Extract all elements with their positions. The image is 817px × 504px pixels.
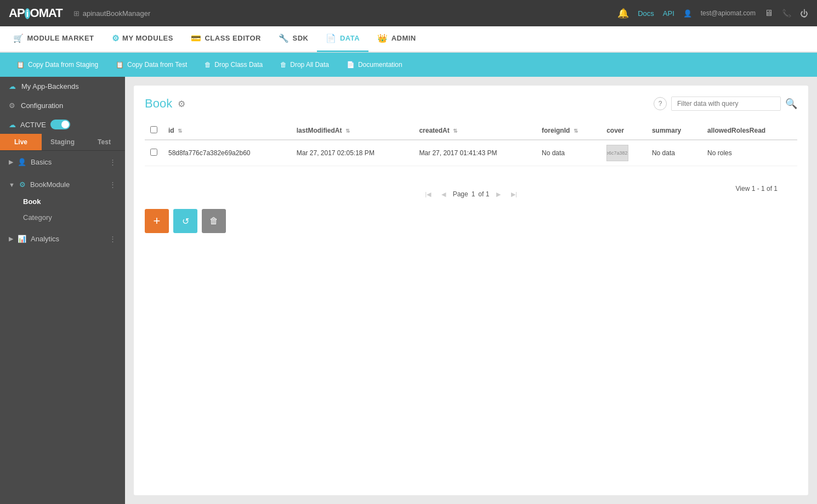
bookmodule-label: BookModule bbox=[30, 180, 70, 189]
nav-data[interactable]: 📄 DATA bbox=[317, 26, 368, 52]
screen-icon[interactable]: 🖥 bbox=[764, 8, 773, 18]
basics-icon: 👤 bbox=[18, 158, 26, 166]
col-header-id[interactable]: id ⇅ bbox=[163, 122, 291, 140]
data-icon: 📄 bbox=[326, 33, 337, 43]
bookmodule-more-icon[interactable]: ⋮ bbox=[109, 180, 116, 189]
nav-admin[interactable]: 👑 ADMIN bbox=[368, 26, 425, 52]
documentation-btn[interactable]: 📄 Documentation bbox=[339, 56, 410, 73]
sort-createdat-icon: ⇅ bbox=[453, 128, 457, 134]
sidebar-item-basics[interactable]: ▶ 👤 Basics ⋮ bbox=[0, 153, 125, 171]
last-page-btn[interactable]: ▶| bbox=[508, 188, 520, 200]
module-market-icon: 🛒 bbox=[13, 33, 24, 43]
nav-module-market-label: MODULE MARKET bbox=[27, 34, 94, 42]
copy-test-icon: 📋 bbox=[116, 61, 124, 69]
col-header-createdat[interactable]: createdAt ⇅ bbox=[413, 122, 536, 140]
footer-actions: + ↺ 🗑 bbox=[145, 209, 797, 233]
nav-module-market[interactable]: 🛒 MODULE MARKET bbox=[4, 26, 103, 52]
pagination-bar: |◀ ◀ Page 1 of 1 ▶ ▶| bbox=[422, 188, 520, 200]
row-allowedrolesread-cell: No roles bbox=[702, 140, 797, 166]
copy-staging-btn[interactable]: 📋 Copy Data from Staging bbox=[9, 56, 106, 73]
top-nav: APiOMAT ⊞ apinautBookManager 🔔 Docs API … bbox=[0, 0, 817, 26]
view-count: View 1 - 1 of 1 bbox=[736, 185, 778, 192]
cover-thumbnail[interactable]: 58d8fffe6c7a382e69a2b bbox=[606, 145, 628, 161]
env-tab-test[interactable]: Test bbox=[83, 134, 125, 150]
analytics-more-icon[interactable]: ⋮ bbox=[109, 235, 116, 243]
row-lastmodifiedat-value: Mar 27, 2017 02:05:18 PM bbox=[297, 149, 375, 157]
analytics-expand-icon: ▶ bbox=[9, 235, 13, 242]
bookmodule-icon: ⚙ bbox=[19, 180, 26, 189]
content-area: Book ⚙ ? 🔍 id bbox=[125, 77, 817, 504]
active-label: ACTIVE bbox=[20, 121, 46, 129]
nav-class-editor[interactable]: 💳 CLASS EDITOR bbox=[182, 26, 270, 52]
drop-all-label: Drop All Data bbox=[290, 61, 329, 69]
col-header-summary: summary bbox=[646, 122, 702, 140]
phone-icon[interactable]: 📞 bbox=[782, 9, 791, 18]
sidebar: ☁ My App-Backends ⚙ Configuration ☁ ACTI… bbox=[0, 77, 125, 504]
basics-label: Basics bbox=[31, 158, 52, 166]
row-foreignid-value: No data bbox=[542, 149, 565, 157]
first-page-btn[interactable]: |◀ bbox=[422, 188, 434, 200]
bell-icon[interactable]: 🔔 bbox=[617, 8, 629, 19]
search-icon[interactable]: 🔍 bbox=[785, 98, 797, 110]
next-page-btn[interactable]: ▶ bbox=[492, 188, 504, 200]
drop-class-btn[interactable]: 🗑 Drop Class Data bbox=[197, 56, 270, 73]
col-id-label: id bbox=[168, 127, 174, 134]
sidebar-section-basics: ▶ 👤 Basics ⋮ bbox=[0, 151, 125, 173]
sidebar-item-my-app-backends[interactable]: ☁ My App-Backends bbox=[0, 77, 125, 96]
table-header: id ⇅ lastModifiedAt ⇅ createdAt ⇅ fore bbox=[145, 122, 797, 140]
copy-staging-icon: 📋 bbox=[16, 61, 25, 69]
my-modules-icon: ⚙ bbox=[112, 33, 120, 43]
power-icon[interactable]: ⏻ bbox=[800, 9, 808, 18]
prev-page-btn[interactable]: ◀ bbox=[438, 188, 450, 200]
col-header-foreignid[interactable]: foreignId ⇅ bbox=[536, 122, 601, 140]
select-all-checkbox[interactable] bbox=[150, 126, 157, 133]
env-tab-staging[interactable]: Staging bbox=[42, 134, 83, 150]
row-summary-value: No data bbox=[652, 149, 675, 157]
content-card: Book ⚙ ? 🔍 id bbox=[134, 86, 808, 495]
active-toggle-switch[interactable] bbox=[50, 120, 70, 129]
help-button[interactable]: ? bbox=[654, 97, 667, 110]
add-button[interactable]: + bbox=[145, 209, 169, 233]
row-id-value: 58d8fa776c7a382e69a2b60 bbox=[168, 149, 250, 157]
sidebar-item-bookmodule[interactable]: ▼ ⚙ BookModule ⋮ bbox=[0, 175, 125, 194]
copy-staging-label: Copy Data from Staging bbox=[28, 61, 98, 69]
col-header-cover: cover bbox=[601, 122, 646, 140]
row-allowedrolesread-value: No roles bbox=[707, 149, 732, 157]
class-editor-icon: 💳 bbox=[191, 33, 202, 43]
page-title-text: Book bbox=[145, 97, 172, 111]
col-foreignid-label: foreignId bbox=[542, 127, 570, 134]
row-id-cell: 58d8fa776c7a382e69a2b60 bbox=[163, 140, 291, 166]
col-header-lastmodifiedat[interactable]: lastModifiedAt ⇅ bbox=[291, 122, 414, 140]
delete-button[interactable]: 🗑 bbox=[202, 209, 226, 233]
refresh-button[interactable]: ↺ bbox=[173, 209, 197, 233]
select-all-header bbox=[145, 122, 163, 140]
sidebar-item-analytics[interactable]: ▶ 📊 Analytics ⋮ bbox=[0, 230, 125, 248]
row-cover-cell: 58d8fffe6c7a382e69a2b bbox=[601, 140, 646, 166]
settings-gear-icon[interactable]: ⚙ bbox=[178, 99, 185, 109]
docs-link[interactable]: Docs bbox=[638, 9, 654, 18]
sort-foreignid-icon: ⇅ bbox=[574, 128, 578, 134]
analytics-icon: 📊 bbox=[18, 235, 26, 243]
api-link[interactable]: API bbox=[663, 9, 674, 18]
sidebar-sub-item-category[interactable]: Category bbox=[0, 209, 125, 225]
user-icon: 👤 bbox=[683, 9, 692, 18]
nav-sdk[interactable]: 🔧 SDK bbox=[270, 26, 317, 52]
data-table: id ⇅ lastModifiedAt ⇅ createdAt ⇅ fore bbox=[145, 122, 797, 166]
configuration-label: Configuration bbox=[21, 101, 63, 110]
env-tab-live[interactable]: Live bbox=[0, 134, 42, 150]
row-createdat-value: Mar 27, 2017 01:41:43 PM bbox=[419, 149, 497, 157]
configuration-icon: ⚙ bbox=[9, 101, 15, 110]
nav-admin-label: ADMIN bbox=[392, 34, 416, 42]
row-checkbox[interactable] bbox=[150, 149, 157, 156]
nav-my-modules[interactable]: ⚙ MY MODULES bbox=[103, 26, 182, 52]
basics-expand-icon: ▶ bbox=[9, 158, 13, 166]
app-logo: APiOMAT bbox=[9, 6, 63, 20]
copy-test-label: Copy Data from Test bbox=[127, 61, 187, 69]
sidebar-sub-item-book[interactable]: Book bbox=[0, 194, 125, 209]
sidebar-item-configuration[interactable]: ⚙ Configuration bbox=[0, 96, 125, 115]
basics-more-icon[interactable]: ⋮ bbox=[109, 158, 116, 166]
drop-all-btn[interactable]: 🗑 Drop All Data bbox=[273, 56, 337, 73]
filter-input[interactable] bbox=[671, 97, 781, 111]
copy-test-btn[interactable]: 📋 Copy Data from Test bbox=[108, 56, 195, 73]
app-name: ⊞ apinautBookManager bbox=[73, 9, 617, 18]
